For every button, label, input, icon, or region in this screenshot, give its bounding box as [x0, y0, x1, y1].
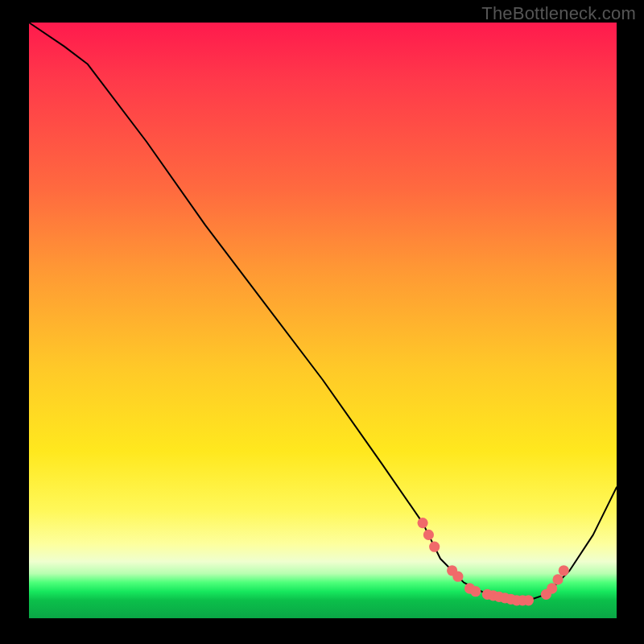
plot-area: [29, 23, 617, 618]
marker-dot: [452, 572, 463, 582]
marker-dot: [523, 595, 534, 605]
chart-svg: [29, 23, 617, 618]
watermark-text: TheBottleneck.com: [481, 3, 636, 24]
marker-dot: [418, 518, 428, 528]
marker-group: [418, 518, 569, 606]
chart-frame: TheBottleneck.com: [0, 0, 644, 644]
curve-line: [29, 23, 617, 601]
marker-dot: [559, 565, 569, 576]
marker-dot: [423, 530, 434, 540]
marker-dot: [470, 586, 481, 597]
marker-dot: [429, 542, 440, 552]
marker-dot: [547, 583, 557, 593]
marker-dot: [552, 574, 563, 584]
